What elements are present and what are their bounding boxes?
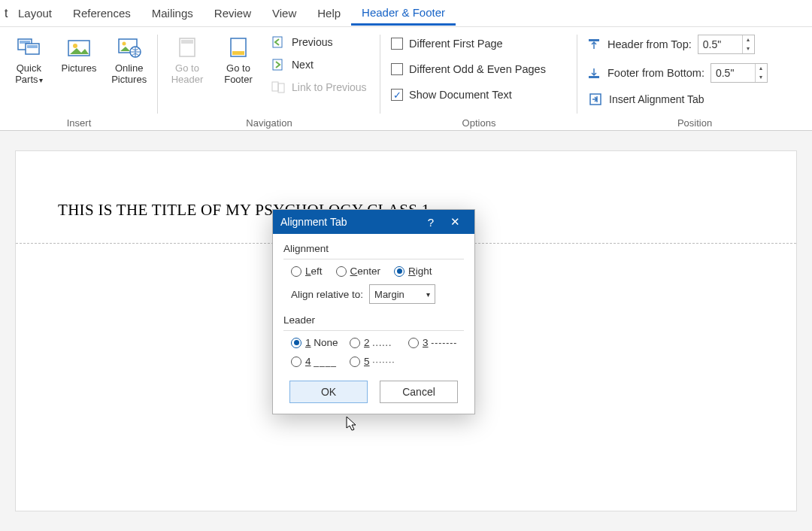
group-label-options: Options: [386, 117, 571, 129]
radio-leader-3[interactable]: 3 -------: [408, 337, 464, 348]
align-relative-select[interactable]: Margin ▾: [369, 284, 435, 304]
go-to-header-icon: [174, 35, 200, 60]
tab-references[interactable]: References: [62, 2, 141, 24]
menu-tabs: t Layout References Mailings Review View…: [0, 0, 812, 27]
cursor-icon: [346, 416, 359, 435]
dialog-help-button[interactable]: ?: [419, 216, 443, 229]
svg-rect-16: [278, 83, 284, 93]
quick-parts-button[interactable]: Quick Parts▾: [6, 32, 52, 89]
radio-center[interactable]: Center: [336, 266, 381, 277]
header-value: 0.5": [698, 38, 742, 50]
svg-rect-17: [589, 39, 599, 41]
tab-layout[interactable]: Layout: [8, 2, 62, 24]
spin-down-icon[interactable]: ▾: [743, 44, 754, 53]
footer-bottom-icon: [586, 65, 601, 80]
show-document-text-label: Show Document Text: [409, 89, 512, 101]
ok-button[interactable]: OK: [289, 381, 368, 403]
previous-label: Previous: [292, 36, 332, 48]
go-to-footer-icon: [226, 35, 251, 60]
quick-parts-label: Quick Parts: [15, 62, 41, 85]
header-from-top-input[interactable]: 0.5" ▴▾: [698, 35, 755, 54]
go-to-footer-label: Go to Footer: [217, 63, 260, 86]
svg-point-7: [122, 42, 126, 46]
link-to-previous-button[interactable]: Link to Previous: [266, 78, 371, 96]
different-odd-even-label: Different Odd & Even Pages: [409, 63, 546, 75]
radio-leader-2[interactable]: 2 ......: [350, 337, 405, 348]
footer-value: 0.5": [711, 67, 755, 79]
link-to-previous-label: Link to Previous: [292, 81, 367, 93]
ribbon-group-navigation: Go to Header Go to Footer Previous Next: [158, 27, 380, 130]
radio-leader-4[interactable]: 4 ____: [291, 356, 347, 367]
radio-leader-1[interactable]: 1 None: [291, 337, 347, 348]
header-from-top-row: Header from Top: 0.5" ▴▾: [583, 33, 771, 56]
pictures-button[interactable]: Pictures: [56, 32, 102, 77]
header-from-top-label: Header from Top:: [607, 38, 692, 50]
ribbon-group-position: Header from Top: 0.5" ▴▾ Footer from Bot…: [577, 27, 812, 130]
online-pictures-icon: [117, 35, 142, 60]
spin-up-icon[interactable]: ▴: [743, 35, 754, 44]
svg-rect-10: [181, 40, 193, 44]
tab-review[interactable]: Review: [204, 2, 262, 24]
ribbon-group-insert: Quick Parts▾ Pictures Online Pictures In…: [0, 27, 158, 130]
dialog-body: Alignment LLefteft Center Right Align re…: [273, 234, 474, 414]
footer-from-bottom-input[interactable]: 0.5" ▴▾: [710, 63, 768, 83]
svg-point-5: [73, 44, 77, 48]
online-pictures-label: Online Pictures: [108, 63, 150, 86]
next-label: Next: [292, 59, 314, 71]
next-button[interactable]: Next: [266, 56, 371, 74]
ribbon-group-options: Different First Page Different Odd & Eve…: [380, 27, 577, 130]
show-document-text-checkbox[interactable]: ✓ Show Document Text: [386, 86, 550, 104]
checkbox-icon: [391, 63, 403, 75]
quick-parts-icon: [16, 35, 41, 60]
align-relative-label: Align relative to:: [291, 289, 363, 300]
spin-up-icon[interactable]: ▴: [756, 64, 767, 73]
dialog-close-button[interactable]: ✕: [443, 215, 467, 229]
pictures-icon: [66, 35, 92, 60]
footer-from-bottom-row: Footer from Bottom: 0.5" ▴▾: [583, 62, 771, 84]
footer-from-bottom-label: Footer from Bottom:: [607, 67, 704, 79]
spin-down-icon[interactable]: ▾: [756, 73, 767, 82]
different-first-page-checkbox[interactable]: Different First Page: [386, 35, 550, 53]
cancel-button[interactable]: Cancel: [380, 381, 458, 403]
different-first-label: Different First Page: [409, 38, 503, 50]
previous-icon: [271, 35, 286, 50]
dialog-titlebar[interactable]: Alignment Tab ? ✕: [273, 210, 474, 234]
group-label-position: Position: [583, 117, 806, 129]
checkbox-icon: [391, 38, 403, 50]
checkbox-checked-icon: ✓: [391, 89, 403, 101]
header-top-icon: [586, 37, 601, 52]
previous-button[interactable]: Previous: [266, 33, 371, 51]
group-label-insert: Insert: [6, 117, 152, 129]
radio-right[interactable]: Right: [394, 266, 432, 277]
svg-rect-18: [589, 76, 599, 78]
svg-rect-3: [27, 45, 38, 48]
leader-section-label: Leader: [283, 314, 464, 326]
online-pictures-button[interactable]: Online Pictures: [106, 32, 152, 89]
link-to-previous-icon: [271, 80, 286, 95]
align-relative-value: Margin: [374, 289, 404, 300]
different-odd-even-checkbox[interactable]: Different Odd & Even Pages: [386, 60, 550, 78]
pictures-label: Pictures: [62, 63, 97, 74]
insert-alignment-tab-button[interactable]: Insert Alignment Tab: [583, 90, 771, 108]
tab-help[interactable]: Help: [307, 2, 351, 24]
tab-header-footer[interactable]: Header & Footer: [351, 2, 456, 26]
radio-leader-5[interactable]: 5 ·······: [350, 356, 405, 367]
insert-alignment-tab-label: Insert Alignment Tab: [609, 93, 704, 105]
dialog-title: Alignment Tab: [280, 216, 419, 228]
svg-rect-15: [272, 82, 278, 91]
next-icon: [271, 57, 286, 72]
radio-left[interactable]: LLefteft: [291, 266, 323, 277]
chevron-down-icon: ▾: [426, 290, 430, 299]
tab-mailings[interactable]: Mailings: [141, 2, 204, 24]
go-to-header-label: Go to Header: [165, 63, 209, 86]
alignment-section-label: Alignment: [283, 243, 464, 254]
group-label-navigation: Navigation: [164, 117, 374, 129]
svg-rect-12: [232, 51, 244, 55]
ribbon: Quick Parts▾ Pictures Online Pictures In…: [0, 27, 812, 131]
alignment-tab-dialog: Alignment Tab ? ✕ Alignment LLefteft Cen…: [272, 209, 475, 414]
tab-view[interactable]: View: [262, 2, 307, 24]
go-to-header-button[interactable]: Go to Header: [164, 32, 211, 89]
go-to-footer-button[interactable]: Go to Footer: [215, 32, 262, 89]
alignment-tab-icon: [588, 92, 603, 107]
